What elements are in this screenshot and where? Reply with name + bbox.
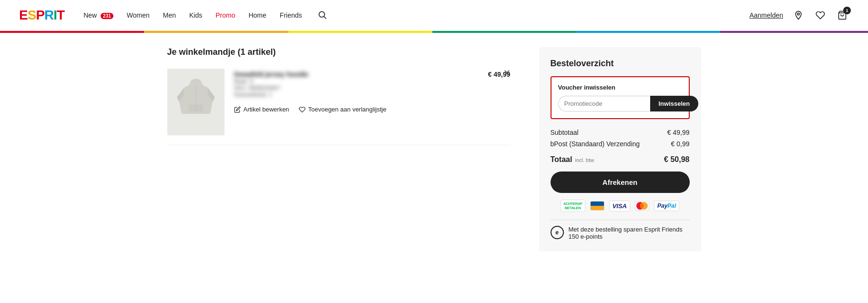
aanmelden-link[interactable]: Aanmelden [749,11,783,19]
total-label: Totaal incl. btw [551,155,594,164]
total-row: Totaal incl. btw € 50,98 [551,152,690,164]
order-summary: Besteloverzicht Voucher inwisselen Inwis… [539,47,701,252]
svg-point-0 [319,11,325,17]
epoints-row: e Met deze bestelling sparen Esprit Frie… [551,226,690,240]
wishlist-link[interactable]: Toevoegen aan verlanglijstje [299,106,387,113]
header: ESPRIT New 231 Women Men Kids Promo Home… [0,0,868,31]
product-meta-qty: Hoeveelheid: 1 [234,91,308,98]
total-value: € 50,98 [664,155,689,164]
cart-item: Gewafeld jersey hoodie Maat: S SKU: 993E… [167,69,511,145]
paypal-icon: PayPal [654,201,679,211]
subtotal-value: € 49,99 [667,129,690,136]
shipping-label: bPost (Standaard) Verzending [551,140,640,148]
header-right: Aanmelden 1 [749,9,849,22]
remove-item-button[interactable]: ✕ [503,69,511,77]
location-icon[interactable] [792,9,805,22]
nav-item-promo[interactable]: Promo [215,11,235,19]
product-info: Gewafeld jersey hoodie Maat: S SKU: 993E… [234,71,308,98]
voucher-label: Voucher inwisselen [558,84,682,91]
bancontact-icon [590,201,604,211]
cart-section: Je winkelmandje (1 artikel) [167,47,511,145]
voucher-submit-button[interactable]: Inwisselen [650,96,699,111]
heart-icon [299,106,306,113]
nav-item-men[interactable]: Men [163,11,176,19]
edit-icon [234,106,241,113]
product-svg [174,76,217,128]
cart-title: Je winkelmandje (1 artikel) [167,47,511,57]
epoints-text: Met deze bestelling sparen Esprit Friend… [569,226,690,240]
nav-item-home[interactable]: Home [248,11,266,19]
nav-item-new[interactable]: New 231 [83,11,113,19]
voucher-input-row: Inwisselen [558,96,682,111]
svg-point-2 [797,13,799,15]
epoints-icon: e [551,226,564,239]
product-meta-sku: SKU: 993EEI0007 [234,85,308,91]
main-nav: New 231 Women Men Kids Promo Home Friend… [83,10,749,21]
divider [551,220,690,220]
cart-count: 1 [843,7,851,14]
product-name: Gewafeld jersey hoodie [234,71,308,78]
subtotal-label: Subtotaal [551,129,579,136]
summary-title: Besteloverzicht [551,59,690,69]
rainbow-bar [0,31,868,33]
nav-item-friends[interactable]: Friends [280,11,302,19]
afterpay-icon: ACHTERAF BETALEN [561,200,585,212]
nav-item-kids[interactable]: Kids [189,11,202,19]
cart-icon[interactable]: 1 [836,9,849,22]
edit-article-link[interactable]: Artikel bewerken [234,106,289,113]
product-row: Gewafeld jersey hoodie Maat: S SKU: 993E… [234,71,511,98]
mastercard-icon [635,201,649,211]
new-badge: 231 [101,13,113,19]
voucher-input[interactable] [558,96,650,111]
product-actions: Artikel bewerken Toevoegen aan verlangli… [234,106,511,113]
subtotal-row: Subtotaal € 49,99 [551,129,690,136]
search-icon[interactable] [317,10,327,21]
payment-icons: ACHTERAF BETALEN VISA PayPal [551,200,690,212]
logo[interactable]: ESPRIT [19,8,64,23]
wishlist-icon[interactable] [814,9,827,22]
svg-line-1 [324,16,326,19]
product-image [167,69,225,135]
incl-btw-label: incl. btw [575,157,594,163]
voucher-box: Voucher inwisselen Inwisselen [551,76,690,119]
shipping-value: € 0,99 [671,140,690,148]
summary-rows: Subtotaal € 49,99 bPost (Standaard) Verz… [551,129,690,164]
visa-icon: VISA [609,201,630,212]
product-meta-size: Maat: S [234,78,308,85]
shipping-row: bPost (Standaard) Verzending € 0,99 [551,140,690,148]
checkout-button[interactable]: Afrekenen [551,172,690,193]
nav-item-women[interactable]: Women [127,11,150,19]
main-content: Je winkelmandje (1 artikel) [148,47,720,252]
